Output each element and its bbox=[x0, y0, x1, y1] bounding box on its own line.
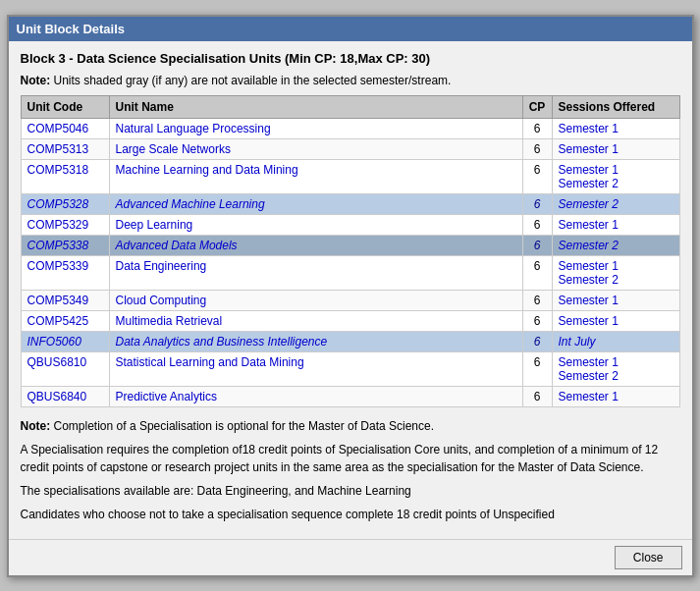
cell-cp: 6 bbox=[522, 331, 552, 351]
cell-sessions: Semester 1 bbox=[552, 290, 679, 310]
table-row: COMP5313Large Scale Networks6Semester 1 bbox=[21, 138, 679, 159]
cell-cp: 6 bbox=[522, 118, 552, 138]
footer-note-4: Candidates who choose not to take a spec… bbox=[21, 506, 680, 523]
cell-unit-code: COMP5339 bbox=[21, 255, 109, 290]
cell-cp: 6 bbox=[522, 290, 552, 310]
cell-unit-code: COMP5318 bbox=[21, 159, 109, 193]
cell-cp: 6 bbox=[522, 138, 552, 159]
cell-unit-code: INFO5060 bbox=[21, 331, 109, 351]
cell-unit-code: COMP5338 bbox=[21, 235, 109, 255]
cell-sessions: Semester 1 bbox=[552, 214, 679, 235]
table-row: INFO5060Data Analytics and Business Inte… bbox=[21, 331, 679, 351]
note-gray-text: Units shaded gray (if any) are not avail… bbox=[54, 74, 452, 87]
cell-unit-name: Advanced Data Models bbox=[109, 235, 522, 255]
header-unit-code: Unit Code bbox=[21, 95, 109, 118]
cell-sessions: Semester 1Semester 2 bbox=[552, 351, 679, 386]
cell-unit-name: Advanced Machine Learning bbox=[109, 193, 522, 214]
unit-block-dialog: Unit Block Details Block 3 - Data Scienc… bbox=[7, 15, 694, 577]
footer-note-1: Note: Completion of a Specialisation is … bbox=[21, 417, 680, 435]
table-row: COMP5328Advanced Machine Learning6Semest… bbox=[21, 193, 679, 214]
header-unit-name: Unit Name bbox=[109, 95, 522, 118]
close-button[interactable]: Close bbox=[615, 546, 682, 569]
footer-note-3-text: The specialisations available are: Data … bbox=[21, 484, 411, 498]
cell-unit-name: Data Analytics and Business Intelligence bbox=[109, 331, 522, 351]
table-row: COMP5349Cloud Computing6Semester 1 bbox=[21, 290, 679, 310]
footer-note-4-text: Candidates who choose not to take a spec… bbox=[21, 508, 555, 521]
table-row: COMP5046Natural Language Processing6Seme… bbox=[21, 118, 679, 138]
footer-note-3: The specialisations available are: Data … bbox=[21, 482, 680, 500]
dialog-body: Block 3 - Data Science Specialisation Un… bbox=[9, 41, 692, 539]
cell-unit-code: COMP5425 bbox=[21, 310, 109, 331]
cell-unit-name: Data Engineering bbox=[109, 255, 522, 290]
cell-cp: 6 bbox=[522, 351, 552, 386]
footer-notes: Note: Completion of a Specialisation is … bbox=[21, 417, 680, 523]
cell-cp: 6 bbox=[522, 255, 552, 290]
cell-sessions: Semester 1Semester 2 bbox=[552, 159, 679, 193]
cell-unit-code: COMP5329 bbox=[21, 214, 109, 235]
cell-unit-code: COMP5328 bbox=[21, 193, 109, 214]
cell-unit-name: Statistical Learning and Data Mining bbox=[109, 351, 522, 386]
footer-note-2-text: A Specialisation requires the completion… bbox=[21, 443, 659, 474]
cell-unit-name: Large Scale Networks bbox=[109, 138, 522, 159]
table-header-row: Unit Code Unit Name CP Sessions Offered bbox=[21, 95, 679, 118]
cell-sessions: Semester 2 bbox=[552, 193, 679, 214]
table-row: COMP5329Deep Learning6Semester 1 bbox=[21, 214, 679, 235]
cell-cp: 6 bbox=[522, 235, 552, 255]
cell-unit-code: QBUS6840 bbox=[21, 386, 109, 406]
cell-unit-name: Cloud Computing bbox=[109, 290, 522, 310]
cell-sessions: Semester 1 bbox=[552, 310, 679, 331]
header-cp: CP bbox=[522, 95, 552, 118]
block-title: Block 3 - Data Science Specialisation Un… bbox=[21, 51, 680, 66]
cell-unit-name: Machine Learning and Data Mining bbox=[109, 159, 522, 193]
header-sessions: Sessions Offered bbox=[552, 95, 679, 118]
cell-sessions: Semester 1Semester 2 bbox=[552, 255, 679, 290]
cell-cp: 6 bbox=[522, 193, 552, 214]
cell-cp: 6 bbox=[522, 159, 552, 193]
cell-cp: 6 bbox=[522, 214, 552, 235]
table-row: QBUS6810Statistical Learning and Data Mi… bbox=[21, 351, 679, 386]
cell-sessions: Int July bbox=[552, 331, 679, 351]
cell-cp: 6 bbox=[522, 386, 552, 406]
units-table: Unit Code Unit Name CP Sessions Offered … bbox=[21, 95, 680, 407]
note-label: Note: bbox=[21, 74, 51, 87]
cell-unit-name: Multimedia Retrieval bbox=[109, 310, 522, 331]
cell-unit-code: QBUS6810 bbox=[21, 351, 109, 386]
cell-unit-code: COMP5349 bbox=[21, 290, 109, 310]
footer-note-1-text: Completion of a Specialisation is option… bbox=[50, 419, 434, 433]
cell-sessions: Semester 2 bbox=[552, 235, 679, 255]
table-body: COMP5046Natural Language Processing6Seme… bbox=[21, 118, 679, 406]
cell-sessions: Semester 1 bbox=[552, 118, 679, 138]
footer-note-2: A Specialisation requires the completion… bbox=[21, 441, 680, 476]
footer-note-1-bold: Note: bbox=[21, 419, 51, 433]
table-row: COMP5318Machine Learning and Data Mining… bbox=[21, 159, 679, 193]
table-row: COMP5339Data Engineering6Semester 1Semes… bbox=[21, 255, 679, 290]
cell-sessions: Semester 1 bbox=[552, 138, 679, 159]
cell-unit-code: COMP5313 bbox=[21, 138, 109, 159]
cell-unit-code: COMP5046 bbox=[21, 118, 109, 138]
table-row: COMP5425Multimedia Retrieval6Semester 1 bbox=[21, 310, 679, 331]
dialog-title: Unit Block Details bbox=[9, 17, 692, 41]
cell-cp: 6 bbox=[522, 310, 552, 331]
table-row: QBUS6840Predictive Analytics6Semester 1 bbox=[21, 386, 679, 406]
note-gray-line: Note: Units shaded gray (if any) are not… bbox=[21, 74, 680, 87]
cell-unit-name: Deep Learning bbox=[109, 214, 522, 235]
cell-unit-name: Natural Language Processing bbox=[109, 118, 522, 138]
dialog-footer: Close bbox=[9, 539, 692, 575]
cell-sessions: Semester 1 bbox=[552, 386, 679, 406]
cell-unit-name: Predictive Analytics bbox=[109, 386, 522, 406]
table-row: COMP5338Advanced Data Models6Semester 2 bbox=[21, 235, 679, 255]
